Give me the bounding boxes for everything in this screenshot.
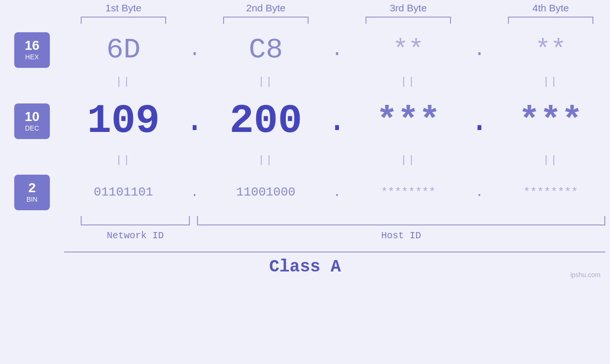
eq2-b4: || <box>491 154 610 166</box>
hex-sep3: . <box>474 39 485 61</box>
dec-number: 10 <box>25 110 39 123</box>
hex-byte2: C8 <box>249 34 283 66</box>
network-id-label: Network ID <box>81 230 190 241</box>
eq1-b4: || <box>491 76 610 88</box>
byte1-header: 1st Byte <box>105 2 141 14</box>
hex-byte4: ** <box>535 35 566 65</box>
class-label: Class A <box>269 257 341 277</box>
bin-number: 2 <box>28 181 36 195</box>
dec-byte3: *** <box>376 101 440 141</box>
bin-byte4: ******** <box>523 186 578 199</box>
bin-row: 2 BIN 01101101 . 11001000 . ******** . <box>0 168 610 216</box>
bin-badge: 2 BIN <box>14 175 50 210</box>
dec-byte4: *** <box>518 101 582 141</box>
byte3-bracket-top <box>366 17 451 24</box>
dec-badge: 10 DEC <box>14 103 50 139</box>
eq1-b2: || <box>206 76 325 88</box>
dec-sep2: . <box>327 103 347 140</box>
id-labels-row: Network ID Host ID <box>0 216 610 252</box>
bin-sep1: . <box>191 185 199 200</box>
bin-byte3: ******** <box>381 186 435 199</box>
hex-label: HEX <box>25 53 39 61</box>
bin-sep3: . <box>476 185 484 200</box>
hex-byte1: 6D <box>106 34 141 66</box>
eq2-b1: || <box>64 154 183 166</box>
eq2-b3: || <box>349 154 468 166</box>
hex-badge: 16 HEX <box>14 32 50 68</box>
eq1-b3: || <box>349 76 468 88</box>
hex-sep1: . <box>189 39 200 61</box>
eq2-b2: || <box>206 154 325 166</box>
hex-number: 16 <box>25 39 39 52</box>
watermark: ipshu.com <box>570 271 601 279</box>
dec-sep3: . <box>469 103 489 140</box>
byte-headers-row: 1st Byte 2nd Byte 3rd Byte 4th Byte <box>0 9 610 24</box>
hex-byte3: ** <box>393 35 424 65</box>
byte4-header: 4th Byte <box>532 2 569 14</box>
network-id-bracket <box>81 216 190 225</box>
dec-label: DEC <box>25 124 39 132</box>
dec-byte2: 200 <box>229 98 302 144</box>
eq1-b1: || <box>64 76 183 88</box>
bin-byte1: 01101101 <box>94 185 153 199</box>
bin-byte2: 11001000 <box>236 185 296 199</box>
host-id-bracket <box>197 216 605 225</box>
hex-row: 16 HEX 6D . C8 . ** . ** <box>0 26 610 74</box>
dec-row: 10 DEC 109 . 200 . *** . *** <box>0 90 610 152</box>
bin-label: BIN <box>27 196 38 203</box>
host-id-label: Host ID <box>197 230 605 241</box>
hex-sep2: . <box>331 39 343 61</box>
footer: Class A ipshu.com <box>0 252 610 281</box>
equals-row-2: || || || || <box>0 152 610 168</box>
byte2-header: 2nd Byte <box>246 2 286 14</box>
equals-row-1: || || || || <box>0 74 610 90</box>
byte3-header: 3rd Byte <box>390 2 427 14</box>
dec-byte1: 109 <box>87 98 160 144</box>
main-container: 1st Byte 2nd Byte 3rd Byte 4th Byte <box>0 0 610 364</box>
byte2-bracket-top <box>223 17 309 24</box>
bin-sep2: . <box>333 185 341 200</box>
byte1-bracket-top <box>81 17 166 24</box>
dec-sep1: . <box>185 103 205 140</box>
byte4-bracket-top <box>508 17 593 24</box>
